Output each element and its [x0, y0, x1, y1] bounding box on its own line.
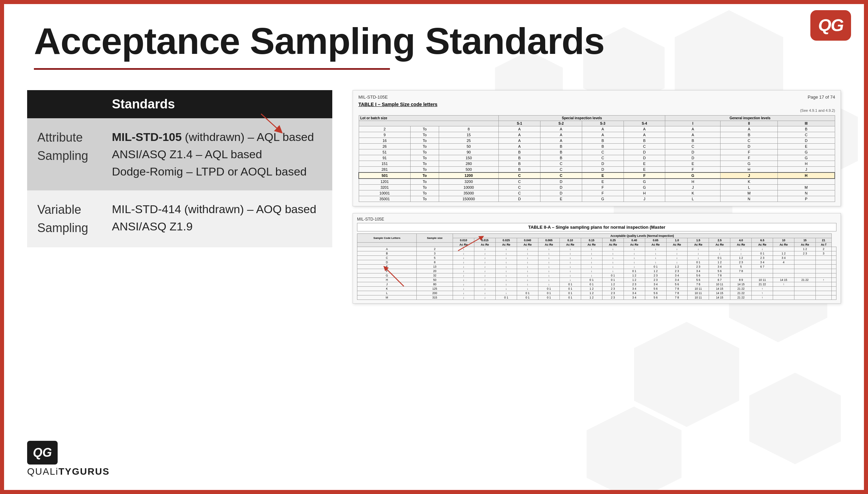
standards-table: Standards Attribute Sampling MIL-STD-105…: [27, 90, 332, 247]
table-row: 2To8 AAAA AAB: [359, 126, 835, 132]
qg-logo-bottom: QG QUALiTYGURUS: [27, 441, 110, 477]
mil-std-105e-table2a: MIL-STD-105E TABLE II-A – Single samplin…: [353, 213, 841, 304]
logo-top-right: QG: [810, 10, 854, 44]
standards-attribute: MIL-STD-105 (withdrawn) – AQL based ANSI…: [102, 118, 332, 190]
qg-icon-text: QG: [33, 445, 52, 460]
table-row: 9To15 AAAA ABC: [359, 132, 835, 138]
table-row: 10001To35000 CDFH KMN: [359, 190, 835, 196]
std-mil105: MIL-STD-105: [112, 130, 182, 143]
logo-badge: QG: [810, 10, 851, 41]
aql-row-e: E 13 ↓↓↓↓ ↓↓↓↓ ↓0 11 2 2 33 45 6 7: [357, 265, 836, 269]
qg-icon: QG: [27, 441, 58, 464]
lot-size-header: Lot or batch size: [359, 116, 499, 121]
aql-row-d: D 8 ↓↓↓↓ ↓↓↓↓ ↓↓↓ 0 11 22 3 3 44: [357, 260, 836, 265]
mil-std-105e-table1: MIL-STD-105E Page 17 of 74 TABLE I – Sam…: [353, 90, 841, 206]
aql-row-j: J 80 ↓↓↓↓ ↓ 0 10 11 2 2 33 4 5 67 8 10 1…: [357, 282, 836, 287]
s2-header: S-2: [540, 121, 582, 126]
special-levels-header: Special inspection levels: [499, 116, 665, 121]
doc2-table-title: TABLE II-A – Single sampling plans for n…: [357, 223, 836, 231]
table-row: 3201To10000 CDFG JLM: [359, 185, 835, 190]
standards-variable: MIL-STD-414 (withdrawn) – AOQ based ANSI…: [102, 190, 332, 247]
aql-row-k: K 125 ↓↓↓ ↓ 0 10 11 2 2 33 4 5 67 8 10 1…: [357, 287, 836, 291]
page-title: Acceptance Sampling Standards: [34, 20, 834, 61]
doc1-page-info: Page 17 of 74: [808, 95, 835, 100]
bottom-logo: QG QUALiTYGURUS: [27, 441, 110, 477]
iii-header: III: [777, 121, 835, 126]
table-row: 91To150 BBCD DFG: [359, 155, 835, 161]
table-row: 51To90 BBCD DFG: [359, 149, 835, 155]
table-row: 16To25 AABB BCD: [359, 138, 835, 144]
brand-name: QUALiTYGURUS: [27, 466, 110, 477]
s4-header: S-4: [624, 121, 665, 126]
aql-row-l: L 200 ↓↓ ↓ 0 10 10 1 1 22 33 4 5 67 8 10…: [357, 291, 836, 296]
aql-row-h: H 50 ↓↓↓↓ ↓↓ 0 10 11 2 2 33 45 6 6 78 9 …: [357, 278, 836, 282]
mil-table-1: Lot or batch size Special inspection lev…: [358, 115, 835, 202]
col1-header: [27, 90, 102, 118]
table-row: 1201To3200 CDEG HK: [359, 178, 835, 185]
aql-row-c: C 5 ↓↓↓↓ ↓↓↓↓ ↓↓↓↓ 0 11 22 3 3 4: [357, 256, 836, 260]
main-content: Standards Attribute Sampling MIL-STD-105…: [0, 70, 868, 304]
aql-row-m: M 315 ↓ ↓ 0 10 10 1 0 11 22 3 3 45 67 8 …: [357, 296, 836, 300]
left-panel: Standards Attribute Sampling MIL-STD-105…: [27, 90, 332, 304]
table-row: 281To500 BCDE FHJ: [359, 167, 835, 173]
doc1-header-row: MIL-STD-105E Page 17 of 74: [358, 95, 835, 100]
right-panel: MIL-STD-105E Page 17 of 74 TABLE I – Sam…: [353, 90, 841, 304]
doc1-table-title: TABLE I – Sample Size code letters: [358, 102, 835, 107]
doc1-standard-name: MIL-STD-105E: [358, 95, 388, 100]
table-header-row: Standards: [27, 90, 332, 118]
table-row: 151To280 BCDE EGH: [359, 161, 835, 167]
ii-header: II: [721, 121, 778, 126]
ac-re-header-row: Ac Re Ac Re Ac Re Ac Re Ac Re Ac Re Ac R…: [357, 243, 836, 247]
logo-badge-text: QG: [818, 16, 843, 35]
doc1-see-note: (See 4.9.1 and 4.9.2): [358, 109, 835, 113]
aql-row-b: B 3 ↓↓↓↓ ↓↓↓↓ ↓↓↓↓ ↓↓0 1 1 22 33: [357, 251, 836, 256]
i-header: I: [665, 121, 721, 126]
aql-row-f: F 20 ↓↓↓↓ ↓↓↓↓ 0 11 22 3 3 45 6 7 8: [357, 269, 836, 273]
table-row: 26To50 ABBC CDE: [359, 144, 835, 149]
s3-header: S-3: [582, 121, 624, 126]
category-variable: Variable Sampling: [27, 190, 102, 247]
blank-header: [359, 121, 499, 126]
sample-size-header: Sample size: [417, 234, 453, 243]
table-row: Attribute Sampling MIL-STD-105 (withdraw…: [27, 118, 332, 190]
s1-header: S-1: [499, 121, 540, 126]
aql-row-a: A 2 ↓↓↓↓ ↓↓↓↓ ↓↓↓↓ ↓↓↓ 1 22: [357, 247, 836, 251]
header: Acceptance Sampling Standards: [0, 0, 868, 70]
doc2-standard-name: MIL-STD-105E: [357, 217, 836, 222]
aql-header-row: Sample Code Letters Sample size Acceptab…: [357, 234, 836, 238]
general-levels-header: General inspection levels: [665, 116, 835, 121]
table-row: 35001To150000 DEGJ LNP: [359, 196, 835, 202]
mil-table-subheader: S-1 S-2 S-3 S-4 I II III: [359, 121, 835, 126]
sample-code-letters-header: Sample Code Letters: [357, 234, 417, 243]
aql-row-g: G 32 ↓↓↓↓ ↓↓↓ 0 11 22 3 3 45 67 8: [357, 273, 836, 278]
table-row: Variable Sampling MIL-STD-414 (withdrawn…: [27, 190, 332, 247]
category-attribute: Attribute Sampling: [27, 118, 102, 190]
aql-table: Sample Code Letters Sample size Acceptab…: [357, 233, 836, 300]
col2-header: Standards: [102, 90, 332, 118]
mil-table-header: Lot or batch size Special inspection lev…: [359, 116, 835, 121]
aql-levels-header: Acceptable Quality Levels (Normal Inspec…: [453, 234, 832, 238]
table-row: 501To1200 CCEF GJH: [359, 172, 835, 178]
